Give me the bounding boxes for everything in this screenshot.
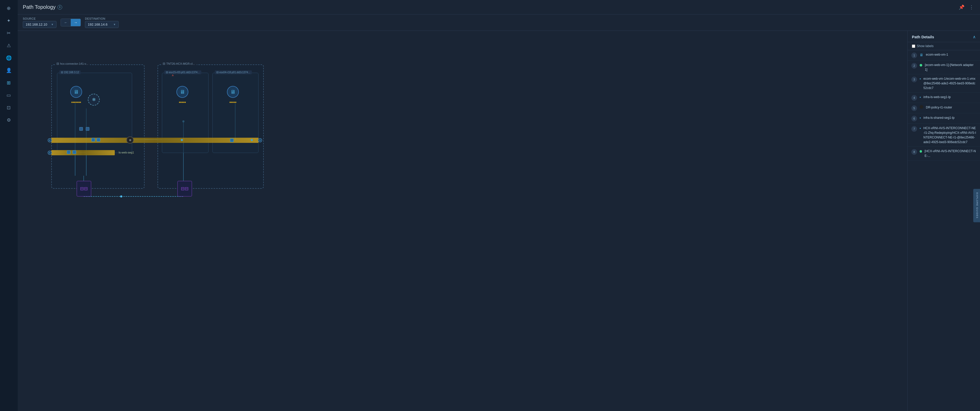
explore-guides-tab[interactable]: EXPLORE GUIDES	[973, 189, 980, 222]
sidebar-item-reports[interactable]: ⊡	[3, 102, 14, 113]
path-item-1: 1 🖥 ecom-web-vm-1	[908, 50, 980, 60]
port-seg-upper-1[interactable]	[91, 138, 95, 141]
path-item-3: 3 ▪ ecom-web-vm-1/ecom-web-vm-1.vmx@8ec2…	[908, 74, 980, 93]
path-item-7-num: 7	[912, 126, 917, 132]
path-details-title: Path Details	[912, 35, 934, 39]
topology-canvas[interactable]: ⊟ hcx-connector-141-v... ⊟ 192.168.3.12 …	[18, 31, 907, 411]
path-item-1-num: 1	[912, 52, 917, 58]
direction-controls: ← →	[60, 19, 81, 26]
host-3-label: ⊟ esx04-r18.p01.dd2c1374...	[215, 70, 252, 74]
sidebar-item-analytics[interactable]: 👤	[3, 65, 14, 76]
port-seg-upper-4[interactable]	[230, 138, 234, 142]
path-item-8-text: [HCX-vRNI-AVS-INTERCONNECT-NE-...	[924, 149, 976, 158]
segment-endpoint-left[interactable]: ⊕	[48, 138, 52, 142]
port-seg-lower-2[interactable]	[73, 151, 76, 154]
sidebar-item-dashboard[interactable]: ⊕	[3, 3, 14, 14]
path-item-2-text: [ecom-web-vm-1]-[Network adapter 1]	[925, 63, 976, 72]
vm-icon-1: 🖥	[70, 86, 82, 98]
port-seg-lower-1[interactable]	[67, 151, 70, 154]
destination-select[interactable]: 192.168.14.6 ▼	[85, 21, 119, 28]
header-actions: 📌 ⋮	[958, 3, 975, 11]
destination-dropdown-arrow: ▼	[113, 23, 116, 26]
svg-point-13	[120, 195, 122, 197]
port-seg-upper-2[interactable]	[97, 138, 100, 141]
segment-endpoint-right[interactable]: ⊕	[258, 138, 262, 142]
content-area: ⊟ hcx-connector-141-v... ⊟ 192.168.3.12 …	[18, 31, 980, 411]
path-item-4-text: infra-ls-web-seg1-lp	[924, 95, 951, 99]
sidebar-item-tools[interactable]: ✂	[3, 27, 14, 39]
path-item-6: 6 ▪ infra-ls-shared-seg1-lp	[908, 113, 980, 124]
vm-node-1[interactable]: 🖥 ■■■■■■■	[70, 86, 82, 98]
path-item-3-num: 3	[912, 76, 917, 82]
source-value: 192.168.12.10	[25, 22, 47, 26]
info-icon[interactable]: ℹ	[57, 5, 62, 10]
connector-box-left[interactable]: ⊟⊟	[77, 181, 91, 197]
path-item-8-nic-icon	[920, 150, 922, 153]
connector-box-right[interactable]: ⊟⊟	[177, 181, 192, 197]
cluster-2-label: ⊟ TNT26-HCX-MGR-cl...	[161, 62, 197, 65]
path-item-2-nic-icon	[920, 64, 922, 67]
sidebar-item-topology[interactable]: ⊞	[3, 77, 14, 89]
toolbar: Source 192.168.12.10 ▼ ← → Destination 1…	[18, 14, 980, 31]
header: Path Topology ℹ 📌 ⋮	[18, 0, 980, 14]
source-select[interactable]: 192.168.12.10 ▼	[23, 21, 56, 28]
page-title-text: Path Topology	[23, 4, 56, 10]
topology-svg	[18, 31, 907, 411]
direction-left-btn[interactable]: ←	[61, 19, 71, 26]
path-details-panel: Path Details ∧ Show labels 1 🖥 ecom-web-…	[907, 31, 980, 411]
path-item-6-port-icon: ▪	[920, 116, 921, 120]
collapse-button[interactable]: ∧	[973, 35, 976, 39]
port-1b[interactable]	[86, 127, 89, 131]
gateway-icon[interactable]: ⊕	[126, 136, 134, 144]
host-2-label: ⊟ esx15-r03.p01.dd2c1374...	[164, 70, 201, 74]
destination-label: Destination	[85, 17, 119, 20]
path-item-3-text: ecom-web-vm-1/ecom-web-vm-1.vmx@8ec25466…	[924, 76, 976, 90]
path-item-4-port-icon: ▪	[920, 95, 921, 99]
sidebar-item-alerts[interactable]: ⚠	[3, 40, 14, 51]
path-item-6-text: infra-ls-shared-seg1-lp	[924, 116, 955, 120]
segment-bar-upper: ⊕ ⊕ ⊕	[51, 138, 259, 143]
more-menu-icon[interactable]: ⋮	[968, 3, 975, 11]
segment-lower-endpoint-left[interactable]: ⊕	[48, 151, 52, 155]
host-1-label: ⊟ 192.168.3.12	[59, 70, 81, 74]
show-labels-row: Show labels	[908, 42, 980, 50]
page-title: Path Topology ℹ	[23, 4, 62, 10]
sidebar-item-monitor[interactable]: ▭	[3, 90, 14, 101]
vm-icon-3: 🖥	[227, 86, 239, 98]
path-item-3-port-icon: ▪	[920, 77, 921, 81]
snowflake-node[interactable]: ❄	[88, 94, 100, 106]
seg-dot-1	[181, 139, 183, 141]
vm-icon-2: 🖥	[177, 86, 188, 98]
path-item-8: 8 [HCX-vRNI-AVS-INTERCONNECT-NE-...	[908, 147, 980, 160]
snowflake-icon: ❄	[88, 94, 100, 106]
path-item-5-num: 5	[912, 105, 917, 111]
path-item-7-port-icon: ▪	[920, 126, 921, 130]
port-1a[interactable]	[79, 127, 83, 131]
sidebar-item-globe[interactable]: 🌐	[3, 52, 14, 63]
path-item-4: 4 ▪ infra-ls-web-seg1-lp	[908, 93, 980, 103]
path-item-2: 2 [ecom-web-vm-1]-[Network adapter 1]	[908, 60, 980, 74]
destination-field-group: Destination 192.168.14.6 ▼	[85, 17, 119, 28]
source-field-group: Source 192.168.12.10 ▼	[23, 17, 56, 28]
source-label: Source	[23, 17, 56, 20]
path-item-1-text: ecom-web-vm-1	[926, 52, 948, 57]
direction-right-btn[interactable]: →	[71, 19, 81, 26]
path-item-8-num: 8	[912, 149, 917, 155]
sidebar-item-settings[interactable]: ⚙	[3, 114, 14, 126]
vm-node-3[interactable]: 🖥 ■■■■■	[227, 86, 239, 98]
destination-value: 192.168.14.6	[88, 22, 108, 26]
main-area: Path Topology ℹ 📌 ⋮ Source 192.168.12.10…	[18, 0, 980, 411]
path-item-6-num: 6	[912, 116, 917, 121]
path-item-5-black-icon	[920, 105, 923, 109]
sidebar: ⊕ ✦ ✂ ⚠ 🌐 👤 ⊞ ▭ ⊡ ⚙	[0, 0, 18, 411]
cluster-2-box: ⊟ TNT26-HCX-MGR-cl... ▲ ⊟ esx15-r03.p01.…	[158, 65, 264, 189]
show-labels-label[interactable]: Show labels	[917, 44, 934, 48]
path-details-header: Path Details ∧	[908, 31, 980, 42]
sidebar-item-network[interactable]: ✦	[3, 15, 14, 26]
pin-icon[interactable]: 📌	[958, 3, 966, 11]
path-item-5-text: DR-policy-t1-router	[926, 105, 952, 110]
segment-lower-label: ls-web-seg1	[119, 151, 134, 154]
vm-node-2[interactable]: 🖥 ■■■■■	[177, 86, 188, 98]
segment-bar-lower: ⊕ ls-web-seg1	[51, 150, 115, 155]
show-labels-checkbox[interactable]	[912, 44, 915, 48]
